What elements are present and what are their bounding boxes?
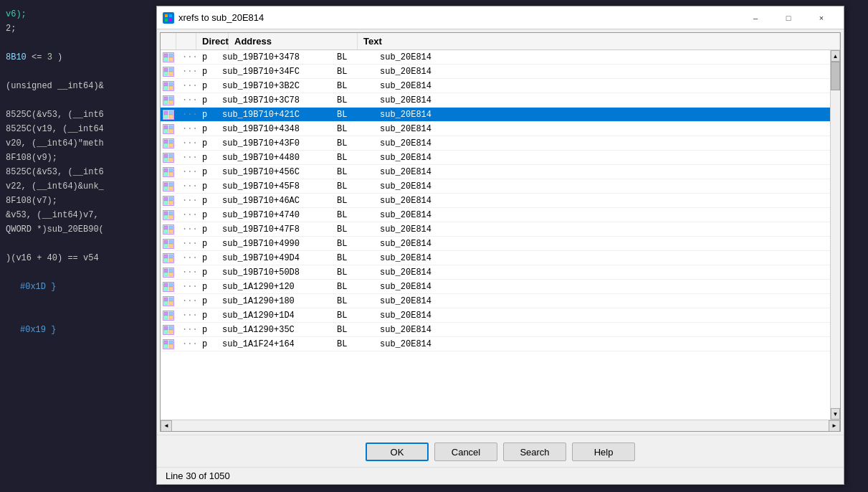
type-cell: p (196, 239, 216, 249)
table-row[interactable]: ···psub_1A1290+120BLsub_20E814 (161, 280, 830, 294)
svg-rect-23 (169, 115, 173, 118)
svg-rect-86 (164, 344, 168, 348)
vertical-scrollbar[interactable]: ▲ ▼ (830, 50, 840, 420)
dots-cell: ··· (176, 325, 196, 335)
dots-cell: ··· (176, 181, 196, 191)
table-row[interactable]: ···psub_19B710+456CBLsub_20E814 (161, 165, 830, 179)
table-row[interactable]: ···psub_19B710+46ACBLsub_20E814 (161, 194, 830, 208)
title-bar: xrefs to sub_20E814 – □ × (157, 6, 844, 29)
xref-icon (163, 124, 174, 134)
svg-rect-48 (164, 212, 168, 215)
dots-cell: ··· (176, 67, 196, 77)
table-row[interactable]: ···psub_19B710+421CBLsub_20E814 (161, 108, 830, 122)
table-row[interactable]: ···psub_19B710+45F8BLsub_20E814 (161, 179, 830, 194)
svg-rect-51 (169, 215, 173, 219)
xref-icon-cell (161, 325, 176, 335)
th-address[interactable]: Address (229, 33, 358, 49)
svg-rect-71 (169, 287, 173, 290)
table-row[interactable]: ···psub_19B710+3C78BLsub_20E814 (161, 93, 830, 108)
table-row[interactable]: ···psub_19B710+4740BLsub_20E814 (161, 208, 830, 222)
xref-icon-cell (161, 67, 176, 77)
type-cell: p (196, 325, 216, 335)
table-content-area: ···psub_19B710+3478BLsub_20E814···psub_1… (161, 50, 840, 420)
scroll-thumb[interactable] (831, 62, 840, 90)
table-row[interactable]: ···psub_19B710+3478BLsub_20E814 (161, 50, 830, 65)
xref-icon-cell (161, 296, 176, 306)
type-cell: p (196, 110, 216, 120)
address-cell: sub_19B710+3478 (216, 52, 331, 62)
text-label-cell: BL (331, 282, 374, 292)
button-bar: OK Cancel Search Help (157, 435, 844, 467)
text-value-cell: sub_20E814 (374, 253, 830, 263)
code-background: v6); 2; 8B10 <= 3 ) (unsigned __int64)& … (0, 0, 151, 492)
type-cell: p (196, 296, 216, 306)
search-button[interactable]: Search (503, 443, 566, 461)
dots-cell: ··· (176, 124, 196, 134)
xref-icon (163, 110, 174, 120)
ok-button[interactable]: OK (366, 443, 429, 461)
svg-rect-55 (169, 230, 173, 233)
svg-rect-5 (169, 54, 173, 57)
svg-rect-50 (164, 215, 168, 219)
svg-rect-60 (164, 255, 168, 258)
table-row[interactable]: ···psub_19B710+4480BLsub_20E814 (161, 151, 830, 165)
scroll-left-button[interactable]: ◄ (161, 420, 172, 432)
svg-rect-20 (164, 111, 168, 115)
dots-cell: ··· (176, 339, 196, 349)
scroll-right-button[interactable]: ► (829, 420, 840, 432)
type-cell: p (196, 81, 216, 91)
table-row[interactable]: ···psub_19B710+4348BLsub_20E814 (161, 122, 830, 136)
scroll-up-button[interactable]: ▲ (831, 50, 840, 62)
minimize-button[interactable]: – (739, 6, 772, 29)
dots-cell: ··· (176, 167, 196, 177)
text-value-cell: sub_20E814 (374, 167, 830, 177)
horizontal-scrollbar[interactable]: ◄ ► (161, 420, 840, 431)
xref-icon-cell (161, 52, 176, 62)
text-label-cell: BL (331, 81, 374, 91)
address-cell: sub_19B710+47F8 (216, 224, 331, 235)
type-cell: p (196, 167, 216, 177)
table-row[interactable]: ···psub_19B710+43F0BLsub_20E814 (161, 136, 830, 151)
cancel-button[interactable]: Cancel (434, 443, 497, 461)
svg-rect-24 (164, 126, 168, 129)
th-text[interactable]: Text (358, 33, 840, 49)
th-direct[interactable]: Direct (196, 33, 229, 49)
table-row[interactable]: ···psub_19B710+47F8BLsub_20E814 (161, 222, 830, 237)
xrefs-table-body[interactable]: ···psub_19B710+3478BLsub_20E814···psub_1… (161, 50, 830, 420)
maximize-button[interactable]: □ (772, 6, 805, 29)
text-value-cell: sub_20E814 (374, 296, 830, 306)
svg-rect-32 (164, 154, 168, 158)
xref-icon-cell (161, 124, 176, 134)
svg-rect-27 (169, 129, 173, 133)
table-row[interactable]: ···psub_1A1290+180BLsub_20E814 (161, 294, 830, 308)
address-cell: sub_1A1290+35C (216, 325, 331, 335)
text-label-cell: BL (331, 210, 374, 220)
address-cell: sub_19B710+34FC (216, 67, 331, 77)
svg-rect-46 (164, 201, 168, 204)
table-row[interactable]: ···psub_1A1290+1D4BLsub_20E814 (161, 308, 830, 323)
text-value-cell: sub_20E814 (374, 52, 830, 62)
text-label-cell: BL (331, 95, 374, 105)
text-label-cell: BL (331, 138, 374, 148)
svg-rect-49 (169, 212, 173, 215)
table-row[interactable]: ···psub_19B710+4990BLsub_20E814 (161, 237, 830, 251)
text-value-cell: sub_20E814 (374, 81, 830, 91)
type-cell: p (196, 67, 216, 77)
svg-rect-82 (164, 330, 168, 333)
table-row[interactable]: ···psub_19B710+34FCBLsub_20E814 (161, 65, 830, 79)
close-button[interactable]: × (805, 6, 838, 29)
table-row[interactable]: ···psub_1A1290+35CBLsub_20E814 (161, 323, 830, 337)
table-row[interactable]: ···psub_19B710+50D8BLsub_20E814 (161, 265, 830, 280)
table-row[interactable]: ···psub_1A1F24+164BLsub_20E814 (161, 337, 830, 351)
type-cell: p (196, 153, 216, 163)
text-label-cell: BL (331, 339, 374, 349)
text-value-cell: sub_20E814 (374, 311, 830, 321)
table-header: Direct Address Text (161, 33, 840, 50)
svg-rect-70 (164, 287, 168, 290)
scroll-down-button[interactable]: ▼ (831, 408, 840, 420)
h-scroll-track (172, 420, 829, 431)
table-row[interactable]: ···psub_19B710+3B2CBLsub_20E814 (161, 79, 830, 93)
table-row[interactable]: ···psub_19B710+49D4BLsub_20E814 (161, 251, 830, 265)
address-cell: sub_1A1F24+164 (216, 339, 331, 349)
help-button[interactable]: Help (572, 443, 635, 461)
